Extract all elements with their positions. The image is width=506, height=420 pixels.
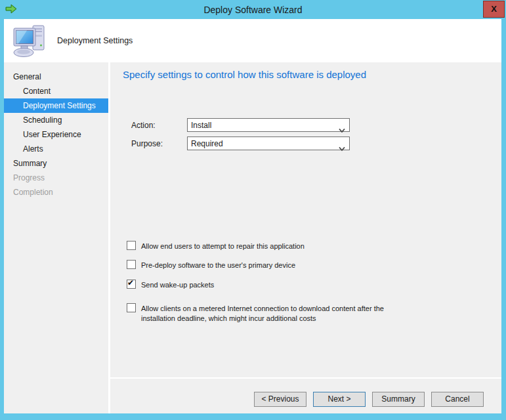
action-dropdown-value: Install <box>191 121 211 130</box>
sidebar-item-progress: Progress <box>4 171 108 185</box>
button-bar: < Previous Next > Summary Cancel <box>110 379 501 413</box>
sidebar-item-label: Scheduling <box>23 116 62 125</box>
sidebar-item-alerts[interactable]: Alerts <box>4 142 108 156</box>
wizard-body: General Content Deployment Settings Sche… <box>4 62 501 413</box>
wizard-nav: General Content Deployment Settings Sche… <box>4 62 108 413</box>
sidebar-item-general[interactable]: General <box>4 70 108 84</box>
purpose-label: Purpose: <box>131 139 187 148</box>
purpose-dropdown-value: Required <box>191 139 223 148</box>
sidebar-item-scheduling[interactable]: Scheduling <box>4 113 108 127</box>
computer-icon <box>12 24 51 58</box>
checkbox-box <box>127 303 136 312</box>
window-title: Deploy Software Wizard <box>203 5 302 15</box>
checkbox-box: ✔ <box>127 280 136 289</box>
sidebar-item-label: User Experience <box>23 130 81 139</box>
chevron-down-icon <box>339 123 345 127</box>
sidebar-item-user-experience[interactable]: User Experience <box>4 127 108 142</box>
sidebar-item-label: Alerts <box>23 144 43 154</box>
checkbox-predeploy[interactable]: Pre-deploy software to the user's primar… <box>127 260 295 270</box>
title-bar[interactable]: Deploy Software Wizard X <box>0 0 506 19</box>
chevron-down-icon <box>339 142 345 146</box>
right-column: Specify settings to control how this sof… <box>110 62 501 413</box>
sidebar-item-deployment-settings[interactable]: Deployment Settings <box>4 98 108 113</box>
purpose-dropdown[interactable]: Required <box>187 136 350 150</box>
main-panel: Specify settings to control how this sof… <box>110 62 501 377</box>
checkbox-allow-repair[interactable]: Allow end users to attempt to repair thi… <box>127 241 305 251</box>
sidebar-item-label: General <box>13 72 41 81</box>
sidebar-item-label: Deployment Settings <box>23 101 96 110</box>
deploy-software-wizard-window: Deploy Software Wizard X <box>0 0 506 420</box>
purpose-field-row: Purpose: Required <box>131 136 350 150</box>
action-dropdown[interactable]: Install <box>187 118 350 132</box>
sidebar-item-content[interactable]: Content <box>4 84 108 98</box>
checkmark-icon: ✔ <box>127 278 134 287</box>
cancel-button[interactable]: Cancel <box>431 392 484 407</box>
checkbox-label: Allow clients on a metered Internet conn… <box>141 303 384 324</box>
next-button[interactable]: Next > <box>313 392 366 407</box>
checkbox-label: Send wake-up packets <box>141 280 214 290</box>
previous-button[interactable]: < Previous <box>254 392 306 407</box>
sidebar-item-label: Progress <box>13 173 45 182</box>
page-title: Specify settings to control how this sof… <box>123 69 366 80</box>
wizard-header: Deployment Settings <box>4 19 501 62</box>
summary-button[interactable]: Summary <box>372 392 425 407</box>
checkbox-box <box>127 241 136 250</box>
checkbox-box <box>127 260 136 269</box>
sidebar-item-label: Summary <box>13 159 47 168</box>
checkbox-send-wakeup-packets[interactable]: ✔ Send wake-up packets <box>127 280 214 290</box>
wizard-step-title: Deployment Settings <box>57 36 133 45</box>
action-field-row: Action: Install <box>131 118 350 132</box>
checkbox-label: Allow end users to attempt to repair thi… <box>141 241 305 251</box>
sidebar-item-completion: Completion <box>4 185 108 200</box>
sidebar-item-label: Content <box>23 87 51 96</box>
sidebar-item-label: Completion <box>13 188 53 197</box>
close-button[interactable]: X <box>483 1 505 18</box>
checkbox-label: Pre-deploy software to the user's primar… <box>141 260 295 270</box>
checkbox-metered-connection[interactable]: Allow clients on a metered Internet conn… <box>127 303 384 324</box>
green-arrow-icon <box>5 4 17 14</box>
sidebar-item-summary[interactable]: Summary <box>4 156 108 171</box>
wizard-frame: Deployment Settings General Content Depl… <box>4 19 501 413</box>
action-label: Action: <box>131 121 187 130</box>
